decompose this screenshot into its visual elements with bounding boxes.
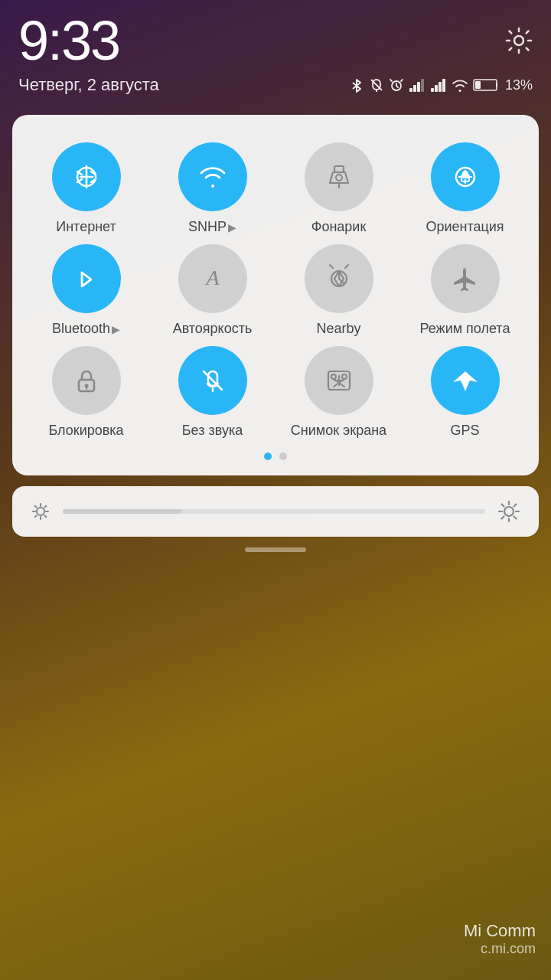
brightness-icon-circle: A — [178, 244, 247, 313]
svg-text:A: A — [204, 266, 220, 289]
lock-label: Блокировка — [48, 423, 123, 439]
page-dot-1[interactable] — [264, 452, 272, 460]
airplane-label: Режим полета — [420, 321, 510, 337]
watermark-line1: Mi Comm — [464, 921, 536, 941]
wifi-label: SNHP — [188, 219, 227, 235]
silent-label: Без звука — [182, 423, 243, 439]
qs-screenshot[interactable]: Снимок экрана — [277, 346, 400, 439]
qs-gps[interactable]: GPS — [403, 346, 527, 439]
status-icons: 13% — [349, 77, 533, 93]
screenshot-label: Снимок экрана — [291, 423, 386, 439]
pagination — [24, 452, 527, 460]
settings-icon[interactable] — [505, 27, 533, 54]
flashlight-icon-circle — [305, 142, 373, 211]
airplane-icon-circle — [431, 244, 500, 313]
swipe-handle[interactable] — [0, 547, 551, 552]
svg-point-25 — [504, 507, 514, 516]
svg-rect-2 — [409, 88, 412, 92]
brightness-bar — [12, 486, 539, 537]
svg-point-13 — [336, 175, 342, 181]
battery-percent: 13% — [505, 77, 533, 93]
svg-rect-5 — [421, 79, 424, 92]
svg-rect-4 — [417, 82, 420, 92]
qs-row-3: Блокировка Без звука — [24, 346, 527, 439]
gps-icon-circle — [431, 346, 500, 415]
qs-wifi[interactable]: SNHP ▶ — [151, 142, 274, 235]
brightness-track[interactable] — [63, 509, 485, 514]
watermark: Mi Comm c.mi.com — [464, 921, 536, 957]
qs-orientation[interactable]: Ориентация — [403, 142, 527, 235]
brightness-fill — [63, 509, 181, 514]
qs-silent[interactable]: Без звука — [151, 346, 274, 439]
bluetooth-label-wrapper: Bluetooth ▶ — [52, 321, 120, 337]
qs-nearby[interactable]: Nearby — [277, 244, 400, 337]
swipe-bar — [245, 547, 306, 552]
bluetooth-icon-circle — [52, 244, 121, 313]
svg-rect-7 — [435, 85, 438, 92]
screenshot-icon-circle — [305, 346, 373, 415]
svg-rect-12 — [334, 166, 344, 172]
nearby-label: Nearby — [316, 321, 360, 337]
qs-lock[interactable]: Блокировка — [24, 346, 148, 439]
qs-flashlight[interactable]: Фонарик — [277, 142, 400, 235]
wifi-arrow: ▶ — [228, 221, 236, 234]
qs-row-1: Интернет SNHP ▶ — [24, 142, 527, 235]
lock-icon-circle — [52, 346, 121, 415]
nearby-icon-circle — [305, 244, 373, 313]
alarm-status-icon — [389, 77, 404, 93]
qs-airplane[interactable]: Режим полета — [403, 244, 527, 337]
qs-row-2: Bluetooth ▶ A Автояркость — [24, 244, 527, 337]
svg-rect-6 — [431, 88, 434, 92]
qs-auto-brightness[interactable]: A Автояркость — [151, 244, 274, 337]
qs-internet[interactable]: Интернет — [24, 142, 148, 235]
brightness-high-icon — [497, 500, 520, 523]
date: Четверг, 2 августа — [18, 75, 159, 95]
bluetooth-arrow: ▶ — [112, 323, 120, 335]
status-bar: 9:33 Четверг, 2 августа — [0, 0, 551, 100]
flashlight-label: Фонарик — [311, 219, 367, 235]
qs-bluetooth[interactable]: Bluetooth ▶ — [24, 244, 148, 337]
auto-brightness-label: Автояркость — [173, 321, 253, 337]
silent-icon-circle — [178, 346, 247, 415]
internet-icon-circle — [52, 142, 121, 211]
orientation-icon-circle — [431, 142, 500, 211]
svg-rect-3 — [413, 85, 416, 92]
signal1-icon — [409, 77, 425, 93]
battery-icon — [473, 77, 500, 93]
svg-rect-9 — [442, 79, 445, 92]
clock: 9:33 — [18, 9, 119, 72]
quick-settings-panel: Интернет SNHP ▶ — [12, 115, 539, 475]
gps-label: GPS — [450, 423, 479, 439]
orientation-label: Ориентация — [425, 219, 504, 235]
signal2-icon — [430, 77, 447, 93]
svg-rect-8 — [439, 82, 442, 92]
svg-point-24 — [37, 508, 44, 515]
bluetooth-status-icon — [349, 77, 364, 93]
watermark-line2: c.mi.com — [464, 941, 536, 957]
wifi-label-wrapper: SNHP ▶ — [188, 219, 236, 235]
mute-status-icon — [369, 77, 384, 93]
brightness-low-icon — [31, 501, 51, 521]
bluetooth-label: Bluetooth — [52, 321, 110, 337]
internet-label: Интернет — [56, 219, 116, 235]
wifi-status-icon — [452, 77, 468, 93]
svg-rect-11 — [475, 81, 481, 89]
page-dot-2[interactable] — [279, 452, 287, 460]
wifi-icon-circle — [178, 142, 247, 211]
